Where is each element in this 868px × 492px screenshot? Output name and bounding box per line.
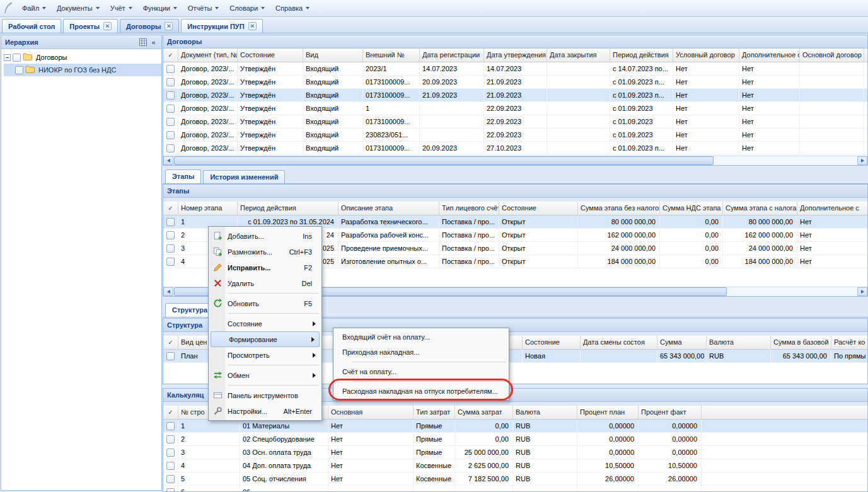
- menu-item[interactable]: Формирование: [211, 331, 320, 347]
- column-header[interactable]: Процент план: [577, 406, 639, 419]
- row-checkbox[interactable]: [166, 475, 175, 483]
- scroll-right-button[interactable]: [857, 287, 867, 296]
- tab-stages_tabs-1[interactable]: История изменений: [203, 170, 285, 183]
- table-row[interactable]: Договор, 2023/...УтверждёнВходящий122.09…: [163, 102, 867, 115]
- column-header[interactable]: ✓: [163, 49, 178, 62]
- tree-node-label[interactable]: НИОКР по ГОЗ без НДС: [37, 66, 118, 74]
- column-header[interactable]: Тип затрат: [414, 406, 455, 419]
- row-checkbox[interactable]: [166, 105, 175, 113]
- menu-item[interactable]: Состояние: [209, 316, 321, 331]
- tree-node-root[interactable]: Договоры: [4, 51, 161, 64]
- scrollbar-thumb[interactable]: [174, 156, 714, 165]
- column-header[interactable]: Вид: [303, 49, 363, 62]
- column-header[interactable]: Внешний №: [363, 49, 420, 62]
- menu-item[interactable]: Добавить...Ins: [209, 228, 321, 244]
- columns-settings-icon[interactable]: [137, 37, 148, 47]
- collapse-toggle-icon[interactable]: [4, 54, 11, 61]
- window-tab-0[interactable]: Рабочий стол: [2, 19, 61, 33]
- column-header[interactable]: Основной договор: [800, 49, 864, 62]
- column-header[interactable]: Дополнительное с: [797, 202, 867, 215]
- column-header[interactable]: Валюта: [707, 336, 771, 349]
- column-header[interactable]: Сумма: [657, 336, 707, 349]
- column-header[interactable]: [864, 49, 868, 62]
- menubar-item[interactable]: Словари: [224, 2, 270, 14]
- column-header[interactable]: Описание этапа: [339, 202, 439, 215]
- menubar-item[interactable]: Справка: [270, 2, 315, 14]
- menubar-item[interactable]: Учёт: [105, 2, 137, 14]
- column-header[interactable]: Основная: [328, 406, 414, 419]
- column-header[interactable]: Номер этапа: [178, 202, 238, 215]
- window-tab-3[interactable]: Инструкции ПУП×: [181, 19, 262, 33]
- column-header[interactable]: ✓: [163, 406, 178, 419]
- row-checkbox[interactable]: [166, 244, 175, 253]
- column-header[interactable]: Дополнительное с: [739, 49, 800, 62]
- scroll-left-button[interactable]: [163, 156, 173, 165]
- menu-item[interactable]: Исправить...F2: [209, 260, 321, 275]
- close-icon[interactable]: ×: [103, 22, 112, 30]
- close-icon[interactable]: ×: [165, 22, 173, 30]
- menu-item[interactable]: Входящий счёт на оплату...: [334, 329, 508, 345]
- tree-node-child[interactable]: НИОКР по ГОЗ без НДС: [4, 64, 161, 76]
- column-header[interactable]: Процент факт: [639, 406, 702, 419]
- column-header[interactable]: Сумма этапа с налогами: [723, 202, 797, 215]
- menu-item[interactable]: Приходная накладная...: [334, 345, 508, 360]
- table-row[interactable]: Договор, 2023/...УтверждёнВходящий2023/1…: [163, 62, 867, 76]
- node-checkbox[interactable]: [13, 54, 21, 62]
- menu-item[interactable]: Обмен: [209, 367, 321, 383]
- scroll-left-button[interactable]: [163, 287, 173, 296]
- row-checkbox[interactable]: [166, 462, 175, 470]
- close-icon[interactable]: ×: [248, 22, 257, 30]
- table-row[interactable]: Договор, 2023/...УтверждёнВходящий230823…: [163, 129, 867, 142]
- window-tab-2[interactable]: Договоры×: [120, 19, 179, 33]
- row-checkbox[interactable]: [166, 231, 175, 239]
- table-row[interactable]: 101 МатериалыНетПрямые0,00RUB0,000000,00…: [163, 420, 867, 433]
- row-checkbox[interactable]: [166, 118, 175, 126]
- column-header[interactable]: Расчёт ко: [831, 336, 867, 349]
- column-header[interactable]: Документ (тип, №: [178, 49, 238, 62]
- row-checkbox[interactable]: [166, 435, 175, 443]
- column-header[interactable]: Период действия: [610, 49, 673, 62]
- table-row[interactable]: 404 Доп. оплата трудаНетКосвенные2 625 0…: [163, 459, 867, 472]
- column-header[interactable]: Тип лицевого счёт: [439, 202, 499, 215]
- column-header[interactable]: Сумма НДС этапа: [660, 202, 723, 215]
- column-header[interactable]: Дата регистрации: [420, 49, 484, 62]
- column-header[interactable]: Сумма в базовой в: [771, 336, 831, 349]
- tree-node-label[interactable]: Договоры: [34, 53, 69, 62]
- column-header[interactable]: Сумма затрат: [455, 406, 513, 419]
- window-tab-1[interactable]: Проекты×: [63, 19, 118, 33]
- row-checkbox[interactable]: [166, 144, 175, 152]
- menu-item[interactable]: Панель инструментов: [209, 387, 321, 403]
- tab-stages_tabs-0[interactable]: Этапы: [165, 169, 201, 183]
- column-header[interactable]: Состояние: [499, 202, 578, 215]
- column-header[interactable]: [702, 406, 867, 419]
- menubar-item[interactable]: Файл: [17, 2, 51, 14]
- tab-structure_tabs-0[interactable]: Структура: [165, 303, 214, 317]
- menu-item[interactable]: Просмотреть: [209, 347, 321, 363]
- menu-item[interactable]: ОбновитьF5: [209, 295, 321, 311]
- row-checkbox[interactable]: [166, 65, 175, 73]
- menubar-item[interactable]: Документы: [52, 2, 105, 14]
- table-row[interactable]: 202 СпецоборудованиеНетПрямые0,00RUB0,00…: [163, 433, 867, 446]
- column-header[interactable]: Состояние: [523, 336, 581, 349]
- table-row[interactable]: Договор, 2023/...УтверждёнВходящий017310…: [163, 115, 867, 129]
- node-checkbox[interactable]: [15, 66, 23, 74]
- row-checkbox[interactable]: [166, 422, 175, 430]
- column-header[interactable]: Дата закрытия: [547, 49, 610, 62]
- table-row[interactable]: Договор, 2023/...УтверждёнВходящий017310…: [163, 89, 867, 102]
- menu-item[interactable]: Размножить...Ctrl+F3: [209, 244, 321, 260]
- column-header[interactable]: Дата утверждения: [484, 49, 547, 62]
- row-checkbox[interactable]: [166, 449, 175, 457]
- collapse-panel-icon[interactable]: «: [148, 37, 159, 47]
- column-header[interactable]: Сумма этапа без налогов: [578, 202, 660, 215]
- menubar-item[interactable]: Отчёты: [183, 2, 224, 14]
- row-checkbox[interactable]: [166, 218, 175, 226]
- table-row[interactable]: Договор, 2023/...УтверждёнВходящий017310…: [163, 142, 867, 155]
- horizontal-scrollbar[interactable]: [163, 156, 867, 165]
- row-checkbox[interactable]: [166, 131, 175, 139]
- column-header[interactable]: ✓: [163, 202, 178, 215]
- table-row[interactable]: Договор, 2023/...УтверждёнВходящий017310…: [163, 76, 867, 89]
- column-header[interactable]: Дата смены состоя: [581, 336, 657, 349]
- column-header[interactable]: Состояние: [238, 49, 303, 62]
- menu-item[interactable]: Счёт на оплату...: [334, 364, 508, 379]
- column-header[interactable]: Условный договор: [673, 49, 739, 62]
